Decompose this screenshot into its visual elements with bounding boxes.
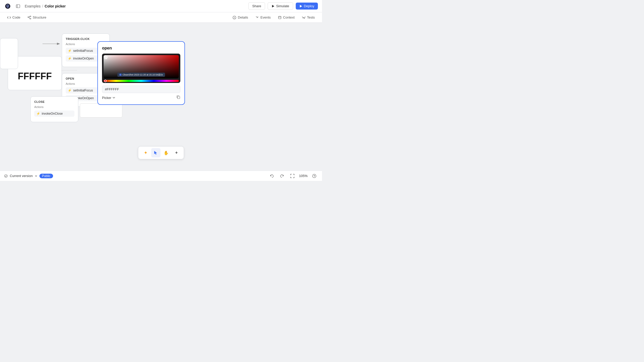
close-action-icon: ⚡ bbox=[36, 112, 40, 115]
select-tool-button[interactable] bbox=[151, 148, 160, 157]
public-badge[interactable]: Public bbox=[39, 174, 53, 178]
partial-box-top bbox=[0, 38, 18, 69]
sidebar-toggle-button[interactable] bbox=[14, 3, 22, 10]
status-right: 105% bbox=[268, 172, 318, 180]
tab-context[interactable]: Context bbox=[275, 14, 298, 21]
redo-icon bbox=[280, 174, 284, 178]
tab-structure-label: Structure bbox=[33, 15, 46, 19]
hand-icon: ✋ bbox=[164, 150, 169, 155]
info-icon bbox=[233, 16, 236, 19]
screenshot-tooltip: CleanShot 2023-11-20 at 15.10.54@2x bbox=[117, 73, 165, 77]
structure-icon bbox=[28, 16, 31, 19]
toolbar-right: Details Events Context Tests bbox=[230, 14, 318, 21]
chevron-down-icon bbox=[112, 96, 115, 99]
tab-tests-label: Tests bbox=[307, 15, 315, 19]
toolbar: Code Structure Details bbox=[0, 12, 322, 23]
action-lightning-icon: ⚡ bbox=[68, 49, 72, 53]
fit-screen-icon bbox=[290, 174, 294, 178]
svg-rect-2 bbox=[16, 5, 20, 8]
color-gradient-area[interactable]: CleanShot 2023-11-20 at 15.10.54@2x bbox=[104, 55, 179, 78]
svg-line-9 bbox=[29, 16, 30, 17]
deploy-button[interactable]: Deploy bbox=[296, 3, 318, 10]
canvas[interactable]: ↙ idle FFFFFF TRIGGER.CLICK Actions ⚡ se… bbox=[0, 23, 322, 171]
svg-point-1 bbox=[7, 6, 8, 7]
deploy-label: Deploy bbox=[304, 4, 314, 8]
copy-button[interactable] bbox=[176, 95, 180, 100]
version-chevron-icon bbox=[35, 175, 37, 177]
breadcrumb: Examples / Color picker bbox=[25, 4, 66, 8]
share-button[interactable]: Share bbox=[248, 2, 265, 10]
breadcrumb-separator: / bbox=[42, 4, 43, 8]
screenshot-icon bbox=[120, 74, 122, 76]
version-icon bbox=[4, 174, 8, 178]
copy-icon bbox=[176, 95, 180, 99]
close-action1[interactable]: ⚡ invokeOnClose bbox=[34, 111, 74, 117]
tab-tests[interactable]: Tests bbox=[299, 14, 318, 21]
open-state-box[interactable]: open CleanShot 2023-11-20 at 15.10.54@2x bbox=[97, 41, 185, 105]
tab-code-label: Code bbox=[12, 15, 20, 19]
svg-marker-5 bbox=[300, 5, 302, 7]
help-button[interactable] bbox=[311, 172, 318, 180]
hue-slider[interactable] bbox=[104, 80, 179, 82]
undo-button[interactable] bbox=[268, 172, 275, 180]
help-icon bbox=[312, 174, 316, 178]
events-icon bbox=[255, 16, 259, 19]
close-title: CLOSE bbox=[34, 100, 74, 103]
tests-icon bbox=[302, 16, 306, 19]
bottom-connector-box bbox=[80, 103, 122, 117]
play-icon bbox=[272, 5, 275, 8]
svg-point-13 bbox=[234, 16, 235, 17]
toolbar-left: Code Structure bbox=[4, 14, 228, 21]
tab-details[interactable]: Details bbox=[230, 14, 251, 21]
undo-icon bbox=[270, 174, 274, 178]
idle-state-value: FFFFFF bbox=[12, 66, 57, 87]
svg-point-28 bbox=[5, 174, 7, 177]
add-tool-button[interactable]: + bbox=[172, 148, 181, 157]
plus-icon: + bbox=[175, 150, 178, 156]
tab-details-label: Details bbox=[238, 15, 248, 19]
simulate-button[interactable]: Simulate bbox=[268, 2, 293, 10]
svg-rect-14 bbox=[278, 16, 281, 19]
bottom-floating-toolbar: ✦ ✋ + bbox=[138, 146, 184, 159]
hand-tool-button[interactable]: ✋ bbox=[162, 148, 171, 157]
app-logo[interactable] bbox=[4, 3, 11, 10]
tab-code[interactable]: Code bbox=[4, 14, 23, 21]
svg-rect-6 bbox=[28, 17, 29, 18]
picker-row: Picker bbox=[102, 95, 180, 100]
close-box[interactable]: CLOSE Actions ⚡ invokeOnClose bbox=[30, 96, 78, 122]
idle-state-label: idle bbox=[12, 60, 57, 64]
redo-button[interactable] bbox=[278, 172, 286, 180]
context-icon bbox=[278, 16, 282, 19]
trigger-click-title: TRIGGER.CLICK bbox=[66, 37, 106, 40]
status-left: Current version Public bbox=[4, 174, 53, 178]
svg-rect-8 bbox=[30, 18, 31, 19]
tab-structure[interactable]: Structure bbox=[24, 14, 49, 21]
hue-thumb bbox=[104, 80, 107, 82]
sparkle-icon: ✦ bbox=[144, 150, 148, 156]
color-picker-container[interactable]: CleanShot 2023-11-20 at 15.10.54@2x bbox=[102, 54, 180, 83]
cursor-icon bbox=[154, 150, 158, 155]
svg-line-10 bbox=[29, 17, 30, 19]
tab-events[interactable]: Events bbox=[252, 14, 274, 21]
header-right: Share Simulate Deploy bbox=[248, 2, 318, 10]
picker-label[interactable]: Picker bbox=[102, 96, 115, 100]
action-lightning-icon2: ⚡ bbox=[68, 57, 72, 60]
svg-point-30 bbox=[314, 177, 314, 177]
version-label[interactable]: Current version bbox=[10, 174, 33, 178]
tab-context-label: Context bbox=[283, 15, 295, 19]
status-bar: Current version Public 10 bbox=[0, 171, 322, 181]
header-left: Examples / Color picker bbox=[4, 3, 66, 10]
hue-indicator bbox=[104, 56, 108, 59]
fit-screen-button[interactable] bbox=[289, 172, 296, 180]
breadcrumb-parent[interactable]: Examples bbox=[25, 4, 40, 8]
breadcrumb-current: Color picker bbox=[45, 4, 66, 8]
hex-input[interactable] bbox=[102, 86, 180, 93]
tab-events-label: Events bbox=[260, 15, 271, 19]
deploy-icon bbox=[299, 5, 302, 8]
svg-marker-27 bbox=[154, 151, 157, 155]
open-state-title: open bbox=[102, 46, 180, 50]
zoom-label: 105% bbox=[299, 174, 308, 178]
svg-marker-4 bbox=[272, 5, 274, 7]
ai-tool-button[interactable]: ✦ bbox=[141, 148, 150, 157]
svg-rect-7 bbox=[30, 16, 31, 17]
